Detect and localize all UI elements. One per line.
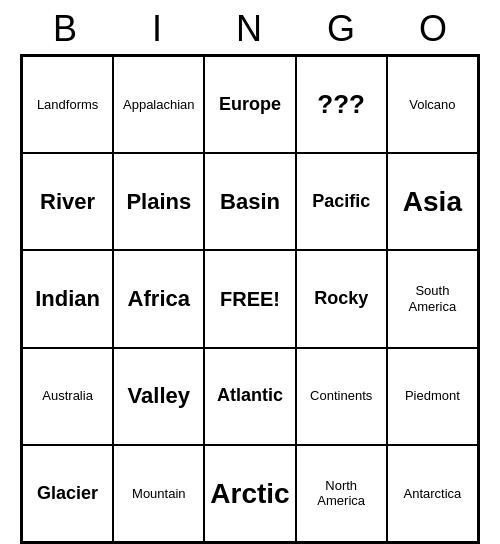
bingo-cell: FREE! bbox=[204, 250, 295, 347]
bingo-cell: River bbox=[22, 153, 113, 250]
bingo-cell: Rocky bbox=[296, 250, 387, 347]
bingo-cell: Australia bbox=[22, 348, 113, 445]
bingo-title: BINGO bbox=[20, 0, 480, 54]
bingo-cell: Piedmont bbox=[387, 348, 478, 445]
bingo-cell: Landforms bbox=[22, 56, 113, 153]
bingo-cell: Appalachian bbox=[113, 56, 204, 153]
bingo-cell: Asia bbox=[387, 153, 478, 250]
bingo-cell: Europe bbox=[204, 56, 295, 153]
bingo-cell: Plains bbox=[113, 153, 204, 250]
bingo-cell: Continents bbox=[296, 348, 387, 445]
bingo-cell: Mountain bbox=[113, 445, 204, 542]
bingo-grid: LandformsAppalachianEurope???VolcanoRive… bbox=[20, 54, 480, 544]
title-letter: G bbox=[296, 8, 388, 50]
bingo-cell: Atlantic bbox=[204, 348, 295, 445]
bingo-cell: Pacific bbox=[296, 153, 387, 250]
bingo-cell: Basin bbox=[204, 153, 295, 250]
bingo-cell: Africa bbox=[113, 250, 204, 347]
bingo-cell: Glacier bbox=[22, 445, 113, 542]
title-letter: B bbox=[20, 8, 112, 50]
bingo-cell: Valley bbox=[113, 348, 204, 445]
bingo-cell: Antarctica bbox=[387, 445, 478, 542]
bingo-cell: Volcano bbox=[387, 56, 478, 153]
bingo-cell: North America bbox=[296, 445, 387, 542]
bingo-cell: South America bbox=[387, 250, 478, 347]
bingo-cell: Indian bbox=[22, 250, 113, 347]
bingo-cell: Arctic bbox=[204, 445, 295, 542]
title-letter: I bbox=[112, 8, 204, 50]
title-letter: N bbox=[204, 8, 296, 50]
bingo-cell: ??? bbox=[296, 56, 387, 153]
title-letter: O bbox=[388, 8, 480, 50]
